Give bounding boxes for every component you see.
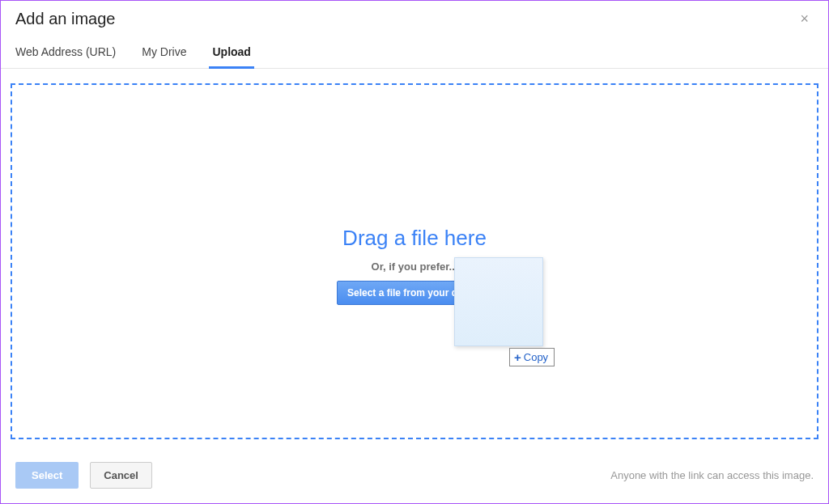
cancel-button[interactable]: Cancel (90, 462, 152, 489)
dialog-header: Add an image × (1, 1, 828, 34)
dialog-title: Add an image (15, 10, 115, 28)
dropzone-content: Drag a file here Or, if you prefer... Se… (12, 226, 817, 305)
footer-buttons: Select Cancel (15, 462, 152, 489)
copy-label: Copy (524, 351, 548, 363)
copy-indicator: + Copy (509, 348, 555, 366)
tab-bar: Web Address (URL) My Drive Upload (1, 34, 828, 69)
dialog-footer: Select Cancel Anyone with the link can a… (1, 452, 828, 503)
dragged-file-preview[interactable] (454, 257, 543, 346)
tab-upload[interactable]: Upload (212, 45, 250, 68)
tab-web-address[interactable]: Web Address (URL) (15, 45, 116, 68)
file-dropzone[interactable]: Drag a file here Or, if you prefer... Se… (11, 83, 818, 439)
drag-file-heading: Drag a file here (12, 226, 817, 251)
plus-icon: + (514, 351, 521, 363)
upload-panel: Drag a file here Or, if you prefer... Se… (1, 69, 828, 447)
tab-my-drive[interactable]: My Drive (142, 45, 186, 68)
or-prefer-text: Or, if you prefer... (12, 260, 817, 273)
access-note: Anyone with the link can access this ima… (610, 469, 814, 481)
select-button[interactable]: Select (15, 462, 79, 489)
close-icon[interactable]: × (795, 9, 814, 29)
